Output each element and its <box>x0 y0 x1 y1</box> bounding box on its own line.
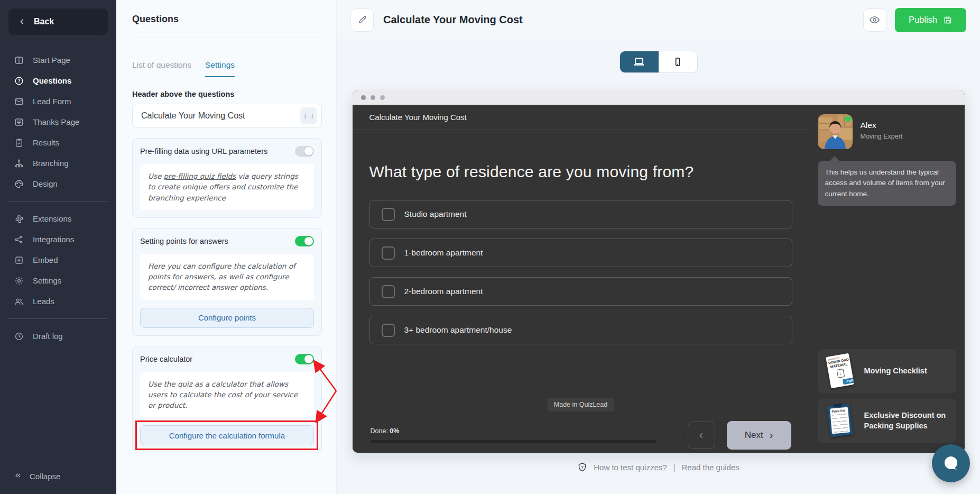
sidebar-item-lead-form[interactable]: Lead Form <box>0 91 116 112</box>
option-3plus-bedroom[interactable]: 3+ bedroom apartment/house <box>369 316 792 344</box>
svg-text:?: ? <box>581 465 584 470</box>
divider <box>132 38 322 38</box>
sidebar-item-leads[interactable]: Leads <box>0 291 116 312</box>
prefilling-card: Pre-filling data using URL parameters Us… <box>132 138 322 218</box>
quiz-side-panel: Alex Moving Expert This helps us underst… <box>809 105 965 453</box>
next-button[interactable]: Next › <box>727 421 791 450</box>
sidebar-item-label: Integrations <box>33 235 74 244</box>
quiz-preview-window: Calculate Your Moving Cost What type of … <box>353 90 965 453</box>
download-arrow-icon: ↓ <box>836 369 845 378</box>
points-card: Setting points for answers Here you can … <box>132 228 322 336</box>
checkbox[interactable] <box>382 246 395 260</box>
option-2-bedroom[interactable]: 2-bedroom apartment <box>369 277 792 306</box>
window-dot-icon <box>361 95 366 100</box>
points-toggle[interactable] <box>295 236 314 246</box>
sidebar-item-label: Design <box>33 179 58 188</box>
sidebar-item-results[interactable]: Results <box>0 132 116 153</box>
option-1-bedroom[interactable]: 1-bedroom apartment <box>369 239 792 267</box>
collapse-label: Collapse <box>30 472 60 481</box>
read-guides-link[interactable]: Read the guides <box>682 463 739 472</box>
made-in-quizlead-badge[interactable]: Made in QuizLead <box>547 398 614 411</box>
pdf-document-icon: CHECKLIST DOWNLOAD MATERIAL ↓ .PDF <box>826 353 854 389</box>
back-button[interactable]: Back <box>8 8 108 35</box>
users-icon <box>14 296 24 307</box>
publish-label: Publish <box>909 15 937 25</box>
expert-avatar <box>818 114 853 149</box>
bonus-card-title: Moving Checklist <box>864 366 927 377</box>
sidebar-item-label: Results <box>33 138 59 147</box>
sidebar-nav: Start Page ? Questions Lead Form Thanks … <box>0 50 116 346</box>
branch-tree-icon <box>14 158 24 169</box>
panel-title: Questions <box>132 14 322 25</box>
bonus-card-discount[interactable]: Price list Exclusive Discount on Packing… <box>818 399 956 443</box>
expert-role: Moving Expert <box>861 133 903 140</box>
sidebar-item-draft-log[interactable]: Draft log <box>0 326 116 346</box>
price-list-icon: Price list <box>826 403 854 439</box>
price-calculator-toggle[interactable] <box>295 354 314 364</box>
sidebar-item-start-page[interactable]: Start Page <box>0 50 116 70</box>
bonus-card-moving-checklist[interactable]: CHECKLIST DOWNLOAD MATERIAL ↓ .PDF Movin… <box>818 349 956 394</box>
save-icon <box>943 15 953 25</box>
shield-question-icon: ? <box>577 462 587 472</box>
configure-points-button[interactable]: Configure points <box>140 308 314 328</box>
tab-settings[interactable]: Settings <box>205 60 235 77</box>
sidebar-item-label: Extensions <box>33 214 71 223</box>
collapse-chevrons-icon <box>14 471 22 481</box>
panel-tabs: List of questions Settings <box>132 60 322 77</box>
questions-settings-panel: Questions List of questions Settings Hea… <box>116 0 337 494</box>
prefilling-quiz-fields-link[interactable]: pre-filling quiz fields <box>164 172 236 180</box>
checkbox[interactable] <box>382 324 395 337</box>
desktop-view-button[interactable] <box>620 51 659 72</box>
mobile-view-button[interactable] <box>659 51 697 72</box>
history-clock-icon <box>14 331 24 342</box>
tab-list-of-questions[interactable]: List of questions <box>132 60 191 77</box>
sidebar-item-label: Embed <box>33 255 58 264</box>
variables-icon[interactable]: {···} <box>300 107 317 124</box>
clipboard-check-icon <box>14 138 24 148</box>
sidebar-item-extensions[interactable]: Extensions <box>0 208 116 229</box>
sidebar-item-design[interactable]: Design <box>0 173 116 194</box>
how-to-test-link[interactable]: How to test quizzes? <box>594 463 667 472</box>
question-circle-icon: ? <box>14 76 24 86</box>
prefilling-toggle[interactable] <box>295 146 314 157</box>
sidebar-item-integrations[interactable]: Integrations <box>0 229 116 250</box>
edit-title-button[interactable] <box>350 8 374 32</box>
browser-chrome-bar <box>353 90 965 105</box>
checkbox[interactable] <box>382 285 395 298</box>
options-list: Studio apartment 1-bedroom apartment 2-b… <box>369 200 792 344</box>
collapse-button[interactable]: Collapse <box>0 465 116 487</box>
laptop-icon <box>633 56 645 68</box>
pencil-icon <box>357 15 367 25</box>
back-chevron-icon <box>18 17 26 26</box>
configure-formula-button[interactable]: Configure the calculation formula <box>140 425 314 445</box>
preview-eye-button[interactable] <box>863 8 886 32</box>
sidebar-item-branching[interactable]: Branching <box>0 153 116 173</box>
publish-button[interactable]: Publish <box>895 8 966 32</box>
prefilling-description: Use pre-filling quiz fields via query st… <box>140 164 314 210</box>
link-separator: | <box>673 463 676 472</box>
pdf-tag: .PDF <box>843 377 854 385</box>
window-dot-icon <box>371 95 375 100</box>
bonus-card-title: Exclusive Discount on Packing Supplies <box>864 410 948 431</box>
help-links-row: ? How to test quizzes? | Read the guides <box>337 462 980 472</box>
expert-name: Alex <box>861 121 903 130</box>
chat-launcher-button[interactable] <box>932 444 970 482</box>
card-lines-icon <box>14 117 24 127</box>
option-studio-apartment[interactable]: Studio apartment <box>369 200 792 228</box>
sidebar-item-label: Settings <box>33 276 61 285</box>
checkbox[interactable] <box>382 208 395 221</box>
sidebar-item-questions[interactable]: ? Questions <box>0 70 116 91</box>
eye-icon <box>869 14 880 25</box>
sidebar-item-thanks-page[interactable]: Thanks Page <box>0 112 116 132</box>
sidebar-item-settings[interactable]: Settings <box>0 270 116 291</box>
prev-button[interactable]: ‹ <box>688 422 715 449</box>
header-input[interactable]: Calculate Your Moving Cost {···} <box>132 104 322 128</box>
sidebar-item-embed[interactable]: Embed <box>0 250 116 270</box>
main-area: Calculate Your Moving Cost Publish <box>337 0 980 494</box>
sidebar-item-label: Thanks Page <box>33 117 79 126</box>
sidebar: Back Start Page ? Questions Lead Form Th… <box>0 0 116 494</box>
desc-prefix: Use <box>148 172 164 180</box>
points-description: Here you can configure the calculation o… <box>140 254 314 300</box>
device-toggle <box>620 51 698 73</box>
integrations-network-icon <box>14 234 24 245</box>
